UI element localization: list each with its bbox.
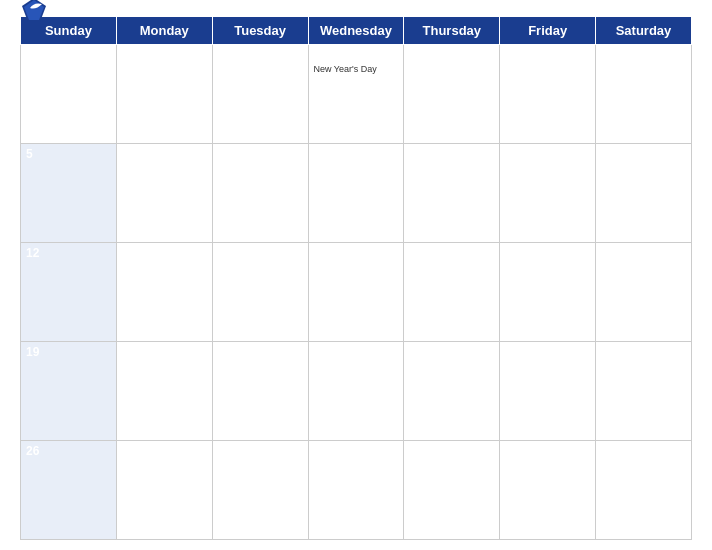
calendar-cell [212, 45, 308, 144]
calendar-cell: 26 [21, 441, 117, 540]
calendar-cell: 9 [404, 144, 500, 243]
calendar-cell: 17 [500, 243, 596, 342]
day-number: 22 [314, 345, 399, 359]
logo-icon [20, 0, 48, 24]
day-number: 19 [26, 345, 111, 359]
day-number: 28 [218, 444, 303, 458]
calendar-table: SundayMondayTuesdayWednesdayThursdayFrid… [20, 16, 692, 540]
calendar-cell: 16 [404, 243, 500, 342]
calendar-header-row: SundayMondayTuesdayWednesdayThursdayFrid… [21, 17, 692, 45]
logo [20, 0, 52, 24]
day-number: 21 [218, 345, 303, 359]
calendar-cell: 11 [596, 144, 692, 243]
day-number: 3 [505, 48, 590, 62]
day-number: 7 [218, 147, 303, 161]
day-number: 12 [26, 246, 111, 260]
weekday-header-friday: Friday [500, 17, 596, 45]
weekday-header-monday: Monday [116, 17, 212, 45]
day-number: 14 [218, 246, 303, 260]
calendar-cell: 24 [500, 342, 596, 441]
calendar-week-3: 19202122232425 [21, 342, 692, 441]
day-number: 10 [505, 147, 590, 161]
calendar-cell [21, 45, 117, 144]
day-number: 20 [122, 345, 207, 359]
calendar-cell: 7 [212, 144, 308, 243]
calendar-cell: 31 [500, 441, 596, 540]
day-number: 13 [122, 246, 207, 260]
calendar-cell: 22 [308, 342, 404, 441]
calendar-cell: 25 [596, 342, 692, 441]
calendar-cell [116, 45, 212, 144]
day-number: 23 [409, 345, 494, 359]
weekday-header-saturday: Saturday [596, 17, 692, 45]
calendar-cell: 2 [404, 45, 500, 144]
calendar-cell: 28 [212, 441, 308, 540]
calendar-cell: 5 [21, 144, 117, 243]
weekday-header-wednesday: Wednesday [308, 17, 404, 45]
calendar-cell: 15 [308, 243, 404, 342]
day-number: 25 [601, 345, 686, 359]
event-label: New Year's Day [314, 64, 399, 74]
calendar-cell: 6 [116, 144, 212, 243]
day-number: 18 [601, 246, 686, 260]
calendar-cell: 18 [596, 243, 692, 342]
day-number: 9 [409, 147, 494, 161]
calendar-cell: 21 [212, 342, 308, 441]
day-number: 26 [26, 444, 111, 458]
day-number: 4 [601, 48, 686, 62]
calendar-cell: 23 [404, 342, 500, 441]
calendar-week-0: 1New Year's Day234 [21, 45, 692, 144]
calendar-cell: 14 [212, 243, 308, 342]
day-number: 11 [601, 147, 686, 161]
day-number: 2 [409, 48, 494, 62]
calendar-cell: 20 [116, 342, 212, 441]
weekday-header-thursday: Thursday [404, 17, 500, 45]
day-number: 6 [122, 147, 207, 161]
calendar-week-2: 12131415161718 [21, 243, 692, 342]
day-number: 8 [314, 147, 399, 161]
calendar-cell: 1New Year's Day [308, 45, 404, 144]
calendar-cell: 8 [308, 144, 404, 243]
weekday-header-tuesday: Tuesday [212, 17, 308, 45]
day-number: 5 [26, 147, 111, 161]
calendar-cell: 10 [500, 144, 596, 243]
calendar-cell: 19 [21, 342, 117, 441]
calendar-week-4: 262728293031 [21, 441, 692, 540]
day-number: 1 [314, 48, 399, 62]
calendar-cell: 3 [500, 45, 596, 144]
day-number: 29 [314, 444, 399, 458]
day-number: 16 [409, 246, 494, 260]
calendar-cell [596, 441, 692, 540]
day-number: 27 [122, 444, 207, 458]
day-number: 24 [505, 345, 590, 359]
calendar-week-1: 567891011 [21, 144, 692, 243]
calendar-cell: 27 [116, 441, 212, 540]
calendar-cell: 4 [596, 45, 692, 144]
calendar-cell: 13 [116, 243, 212, 342]
day-number: 30 [409, 444, 494, 458]
calendar-cell: 12 [21, 243, 117, 342]
day-number: 15 [314, 246, 399, 260]
calendar-cell: 29 [308, 441, 404, 540]
day-number: 17 [505, 246, 590, 260]
day-number: 31 [505, 444, 590, 458]
calendar-cell: 30 [404, 441, 500, 540]
